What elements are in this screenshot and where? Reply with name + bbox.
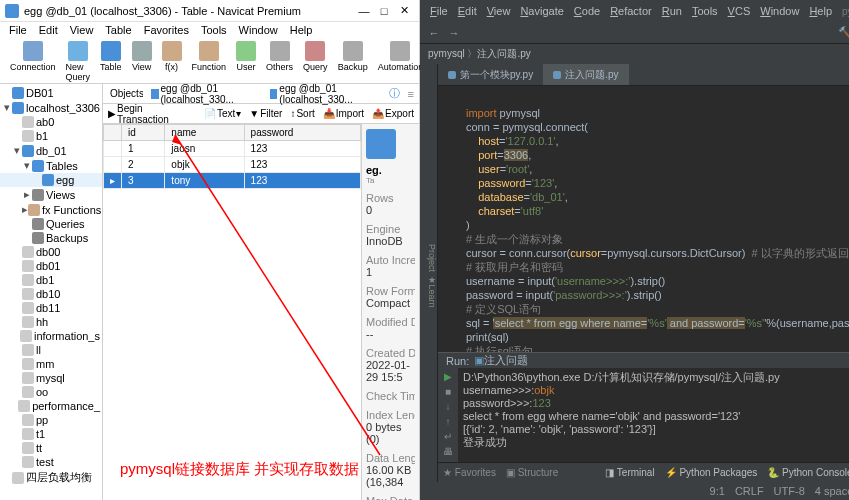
- tree-item[interactable]: information_s: [0, 329, 102, 343]
- tool-function[interactable]: Function: [187, 41, 232, 82]
- menu-table[interactable]: Table: [99, 22, 137, 40]
- print-button[interactable]: 🖶: [443, 446, 453, 457]
- editor-tab[interactable]: 注入问题.py: [543, 64, 628, 85]
- tree-item[interactable]: db11: [0, 301, 102, 315]
- pc-menu-refactor[interactable]: Refactor: [605, 5, 657, 17]
- up-button[interactable]: ↑: [446, 416, 451, 427]
- status-item[interactable]: UTF-8: [774, 485, 805, 497]
- wrap-button[interactable]: ↵: [444, 431, 452, 442]
- bottom-tab[interactable]: ◨ Terminal: [605, 467, 654, 478]
- tree-item[interactable]: performance_: [0, 399, 102, 413]
- tree-item[interactable]: t1: [0, 427, 102, 441]
- sort-button[interactable]: ↕ Sort: [290, 108, 314, 119]
- tool-f(x)[interactable]: f(x): [157, 41, 187, 82]
- tool-view[interactable]: View: [127, 41, 157, 82]
- tool-new query[interactable]: New Query: [61, 41, 96, 82]
- editor-inspections[interactable]: ⚠ 4 ● 3 ^ ∨: [438, 86, 849, 104]
- export-button[interactable]: 📤 Export: [372, 108, 414, 119]
- tool-connection[interactable]: Connection: [5, 41, 61, 82]
- menu-tools[interactable]: Tools: [195, 22, 233, 40]
- tree-item[interactable]: db1: [0, 273, 102, 287]
- menu-help[interactable]: Help: [284, 22, 319, 40]
- pc-menu-window[interactable]: Window: [755, 5, 804, 17]
- table-row[interactable]: ▸3tony123: [104, 173, 361, 189]
- favorites-icon[interactable]: ★ Favorites: [443, 467, 496, 478]
- pc-menu-navigate[interactable]: Navigate: [515, 5, 568, 17]
- code-editor[interactable]: import pymysqlconn = pymysql.connect( ho…: [438, 104, 849, 352]
- pc-menu-edit[interactable]: Edit: [453, 5, 482, 17]
- menu-file[interactable]: File: [3, 22, 33, 40]
- column-header[interactable]: password: [244, 125, 360, 141]
- text-button[interactable]: 📄 Text ▾: [204, 108, 241, 119]
- pc-menu-code[interactable]: Code: [569, 5, 605, 17]
- down-button[interactable]: ↓: [446, 401, 451, 412]
- menu-window[interactable]: Window: [233, 22, 284, 40]
- bottom-tab[interactable]: ⚡ Python Packages: [665, 467, 758, 478]
- tree-item[interactable]: ll: [0, 343, 102, 357]
- tool-table[interactable]: Table: [95, 41, 127, 82]
- tab[interactable]: Objects: [108, 88, 143, 99]
- tree-item[interactable]: hh: [0, 315, 102, 329]
- tree-item[interactable]: mysql: [0, 371, 102, 385]
- table-row[interactable]: 1jaosn123: [104, 141, 361, 157]
- tree-item[interactable]: ▸fx Functions: [0, 202, 102, 217]
- menu-edit[interactable]: Edit: [33, 22, 64, 40]
- tree-item[interactable]: oo: [0, 385, 102, 399]
- tree-item[interactable]: pp: [0, 413, 102, 427]
- structure-icon[interactable]: ▣ Structure: [506, 467, 558, 478]
- import-button[interactable]: 📥 Import: [323, 108, 364, 119]
- tree-item[interactable]: ▾Tables: [0, 158, 102, 173]
- menu-favorites[interactable]: Favorites: [138, 22, 195, 40]
- tree-item[interactable]: test: [0, 455, 102, 469]
- tool-query[interactable]: Query: [298, 41, 333, 82]
- breadcrumb[interactable]: pymysql 〉注入问题.py: [420, 44, 849, 64]
- connection-tree[interactable]: DB01▾localhost_3306ab0b1▾db_01▾Tablesegg…: [0, 84, 103, 500]
- close-button[interactable]: ✕: [394, 4, 414, 17]
- menu-view[interactable]: View: [64, 22, 100, 40]
- back-button[interactable]: ←: [425, 24, 443, 42]
- tree-item[interactable]: db00: [0, 245, 102, 259]
- tree-item[interactable]: egg: [0, 173, 102, 187]
- begin-transaction-button[interactable]: ▶ Begin Transaction: [108, 103, 196, 125]
- pc-menu-tools[interactable]: Tools: [687, 5, 723, 17]
- editor-tab[interactable]: 第一个模块py.py: [438, 64, 543, 85]
- console-output[interactable]: D:\Python36\python.exe D:/计算机知识存储/pymysq…: [458, 368, 849, 472]
- build-button[interactable]: 🔨: [836, 24, 849, 42]
- tree-item[interactable]: db01: [0, 259, 102, 273]
- column-header[interactable]: name: [165, 125, 244, 141]
- status-item[interactable]: CRLF: [735, 485, 764, 497]
- info-icon[interactable]: ⓘ: [389, 86, 400, 101]
- tree-item[interactable]: 四层负载均衡: [0, 469, 102, 486]
- run-header[interactable]: Run: ▣ 注入问题 ✿ —: [438, 353, 849, 368]
- tree-item[interactable]: DB01: [0, 86, 102, 100]
- tree-item[interactable]: b1: [0, 129, 102, 143]
- data-table[interactable]: idnamepassword 1jaosn1232objk123▸3tony12…: [103, 124, 361, 500]
- tree-item[interactable]: tt: [0, 441, 102, 455]
- status-item[interactable]: 4 spaces: [815, 485, 849, 497]
- tree-item[interactable]: Backups: [0, 231, 102, 245]
- left-gutter[interactable]: Project ★Learn: [420, 64, 438, 482]
- tree-item[interactable]: Queries: [0, 217, 102, 231]
- tab[interactable]: egg @db_01 (localhost_330...: [151, 84, 262, 105]
- tree-item[interactable]: mm: [0, 357, 102, 371]
- column-header[interactable]: id: [122, 125, 165, 141]
- pc-menu-view[interactable]: View: [482, 5, 516, 17]
- tree-item[interactable]: ▾localhost_3306: [0, 100, 102, 115]
- tree-item[interactable]: ▾db_01: [0, 143, 102, 158]
- forward-button[interactable]: →: [445, 24, 463, 42]
- tree-item[interactable]: ab0: [0, 115, 102, 129]
- tree-item[interactable]: ▸Views: [0, 187, 102, 202]
- pc-menu-run[interactable]: Run: [657, 5, 687, 17]
- panel-icon[interactable]: ≡: [408, 88, 414, 100]
- pc-menu-vcs[interactable]: VCS: [723, 5, 756, 17]
- tab[interactable]: egg @db_01 (localhost_330...: [270, 84, 381, 105]
- tree-item[interactable]: db10: [0, 287, 102, 301]
- status-item[interactable]: 9:1: [710, 485, 725, 497]
- tool-backup[interactable]: Backup: [333, 41, 373, 82]
- stop-run-button[interactable]: ■: [445, 386, 451, 397]
- pc-menu-file[interactable]: File: [425, 5, 453, 17]
- maximize-button[interactable]: □: [374, 5, 394, 17]
- table-row[interactable]: 2objk123: [104, 157, 361, 173]
- tool-user[interactable]: User: [231, 41, 261, 82]
- pc-menu-help[interactable]: Help: [804, 5, 837, 17]
